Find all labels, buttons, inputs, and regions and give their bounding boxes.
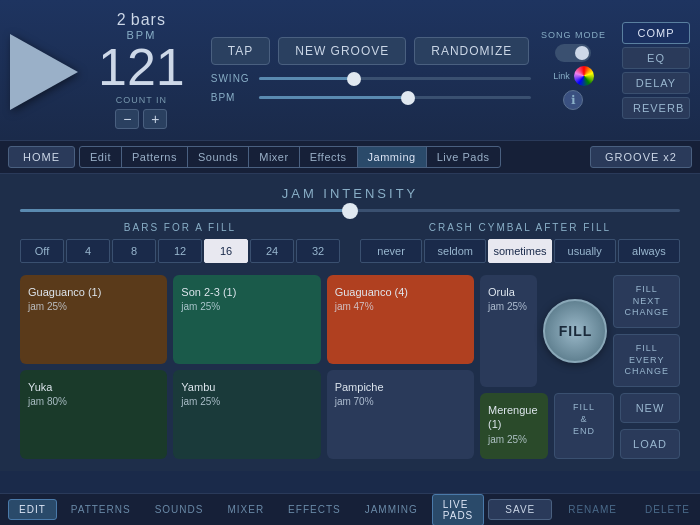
tab-edit[interactable]: Edit [80,147,122,167]
reverb-button[interactable]: REVERB [622,97,690,119]
pad-orula[interactable]: Orula jam 25% [480,275,537,387]
bpm-slider[interactable] [259,96,531,99]
fill-16[interactable]: 16 [204,239,248,263]
randomize-button[interactable]: RANDOMIZE [414,37,529,65]
center-controls: TAP NEW GROOVE RANDOMIZE SWING BPM [201,37,541,103]
groove-button[interactable]: GROOVE x2 [590,146,692,168]
link-row: Link [553,66,594,86]
tab-patterns[interactable]: Patterns [122,147,188,167]
bottom-tab-livepads[interactable]: LIVE PADS [432,494,485,526]
toggle-knob [575,46,589,60]
jam-intensity-label: JAM INTENSITY [20,186,680,201]
palette-icon[interactable] [574,66,594,86]
swing-slider[interactable] [259,77,531,80]
load-button[interactable]: LOAD [620,429,680,459]
fill-circle-area: FILL FILLNEXTCHANGE FILLEVERYCHANGE [543,275,680,387]
nav-tabs: Edit Patterns Sounds Mixer Effects Jammi… [79,146,501,168]
bars-fill-buttons: Off 4 8 12 16 24 32 [20,239,340,263]
new-load-btns: NEW LOAD [620,393,680,459]
bottom-tab-patterns[interactable]: PATTERNS [61,500,141,519]
pad-yuka-name: Yuka [28,380,52,394]
jam-intensity-section: JAM INTENSITY [20,186,680,212]
tab-livepads[interactable]: Live Pads [427,147,500,167]
comp-button[interactable]: COMP [622,22,690,44]
count-in-label: COUNT IN [116,95,167,105]
fill-circle-label: FILL [559,323,593,339]
delay-button[interactable]: DELAY [622,72,690,94]
right-pads-bottom: Merengue (1) jam 25% FILL&END NEW LOAD [480,393,680,459]
fill-options: BARS FOR A FILL Off 4 8 12 16 24 32 CRAS… [20,222,680,263]
side-action-btns: FILLNEXTCHANGE FILLEVERYCHANGE [613,275,680,387]
new-button[interactable]: NEW [620,393,680,423]
bpm-stepper: − + [115,109,167,129]
pad-guaguanco1[interactable]: Guaguanco (1) jam 25% [20,275,167,364]
fill-button[interactable]: FILL [543,299,607,363]
pad-son23[interactable]: Son 2-3 (1) jam 25% [173,275,320,364]
tab-effects[interactable]: Effects [300,147,358,167]
pads-grid: Guaguanco (1) jam 25% Son 2-3 (1) jam 25… [20,275,474,459]
pad-guaguanco4[interactable]: Guaguanco (4) jam 47% [327,275,474,364]
fill-24[interactable]: 24 [250,239,294,263]
new-groove-button[interactable]: NEW GROOVE [278,37,406,65]
bottom-tab-sounds[interactable]: SOUNDS [145,500,214,519]
song-mode-toggle[interactable] [555,44,591,62]
pad-yuka-jam: jam 80% [28,396,67,407]
bpm-minus-button[interactable]: − [115,109,139,129]
top-bar: 2 bars BPM 121 COUNT IN − + TAP NEW GROO… [0,0,700,140]
jam-intensity-slider[interactable] [20,209,680,212]
bpm-plus-button[interactable]: + [143,109,167,129]
info-icon[interactable]: ℹ [563,90,583,110]
fill-every-change-button[interactable]: FILLEVERYCHANGE [613,334,680,387]
crash-sometimes[interactable]: sometimes [488,239,551,263]
fill-end-button[interactable]: FILL&END [554,393,614,459]
pad-guaguanco1-jam: jam 25% [28,301,67,312]
fill-off[interactable]: Off [20,239,64,263]
bars-fill-label: BARS FOR A FILL [20,222,340,233]
bars-display: 2 bars [117,11,166,29]
song-mode-label: SONG MODE [541,30,606,40]
bottom-tab-effects[interactable]: EFFECTS [278,500,351,519]
home-button[interactable]: HOME [8,146,75,168]
bottom-tab-mixer[interactable]: MIXER [217,500,274,519]
tab-sounds[interactable]: Sounds [188,147,249,167]
crash-seldom[interactable]: seldom [424,239,486,263]
pad-yuka[interactable]: Yuka jam 80% [20,370,167,459]
pad-guaguanco1-name: Guaguanco (1) [28,285,101,299]
pad-yambu[interactable]: Yambu jam 25% [173,370,320,459]
play-icon [10,34,78,110]
pad-pampiche-name: Pampiche [335,380,384,394]
eq-button[interactable]: EQ [622,47,690,69]
fill-8[interactable]: 8 [112,239,156,263]
tab-mixer[interactable]: Mixer [249,147,299,167]
fill-32[interactable]: 32 [296,239,340,263]
song-mode-panel: SONG MODE Link ℹ [541,30,606,110]
fill-12[interactable]: 12 [158,239,202,263]
bottom-tab-edit[interactable]: EDIT [8,499,57,520]
swing-label: SWING [211,73,251,84]
bpm-slider-label: BPM [211,92,251,103]
delete-button[interactable]: DELETE [633,500,700,519]
play-button[interactable] [10,30,90,110]
tap-button[interactable]: TAP [211,37,270,65]
fill-4[interactable]: 4 [66,239,110,263]
crash-always[interactable]: always [618,239,680,263]
fx-buttons: COMP EQ DELAY REVERB [622,22,690,119]
pad-pampiche[interactable]: Pampiche jam 70% [327,370,474,459]
link-label: Link [553,71,570,81]
pad-merengue-name: Merengue (1) [488,403,540,432]
rename-button[interactable]: RENAME [556,500,629,519]
pad-pampiche-jam: jam 70% [335,396,374,407]
right-pads: Orula jam 25% FILL FILLNEXTCHANGE FILLEV… [480,275,680,459]
crash-usually[interactable]: usually [554,239,616,263]
fill-next-change-button[interactable]: FILLNEXTCHANGE [613,275,680,328]
pad-orula-name: Orula [488,285,515,299]
bottom-tab-jamming[interactable]: JAMMING [355,500,428,519]
crash-never[interactable]: never [360,239,422,263]
tab-jamming[interactable]: Jamming [358,147,427,167]
save-button[interactable]: SAVE [488,499,552,520]
pad-merengue[interactable]: Merengue (1) jam 25% [480,393,548,459]
pad-orula-jam: jam 25% [488,301,527,312]
pad-yambu-jam: jam 25% [181,396,220,407]
bpm-value: 121 [98,41,185,93]
swing-slider-row: SWING [211,73,531,84]
